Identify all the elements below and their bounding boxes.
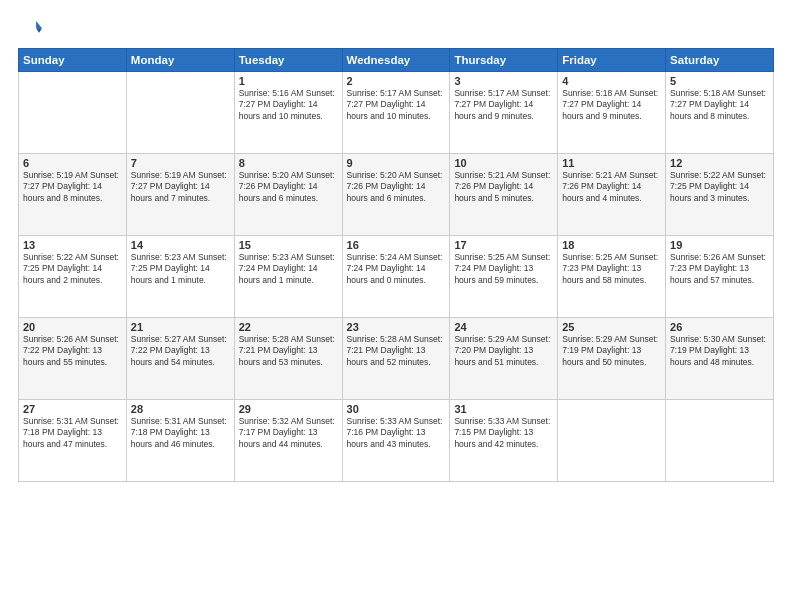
- day-info: Sunrise: 5:28 AM Sunset: 7:21 PM Dayligh…: [347, 334, 446, 368]
- day-info: Sunrise: 5:18 AM Sunset: 7:27 PM Dayligh…: [670, 88, 769, 122]
- week-row-4: 27Sunrise: 5:31 AM Sunset: 7:18 PM Dayli…: [19, 400, 774, 482]
- day-number: 2: [347, 75, 446, 87]
- day-number: 21: [131, 321, 230, 333]
- svg-marker-0: [36, 21, 42, 28]
- weekday-header-row: SundayMondayTuesdayWednesdayThursdayFrid…: [19, 49, 774, 72]
- logo-icon: [20, 18, 42, 40]
- day-number: 13: [23, 239, 122, 251]
- day-number: 26: [670, 321, 769, 333]
- week-row-1: 6Sunrise: 5:19 AM Sunset: 7:27 PM Daylig…: [19, 154, 774, 236]
- day-number: 19: [670, 239, 769, 251]
- day-info: Sunrise: 5:22 AM Sunset: 7:25 PM Dayligh…: [23, 252, 122, 286]
- calendar-cell: 18Sunrise: 5:25 AM Sunset: 7:23 PM Dayli…: [558, 236, 666, 318]
- calendar-cell: 15Sunrise: 5:23 AM Sunset: 7:24 PM Dayli…: [234, 236, 342, 318]
- day-number: 15: [239, 239, 338, 251]
- day-info: Sunrise: 5:20 AM Sunset: 7:26 PM Dayligh…: [347, 170, 446, 204]
- day-number: 5: [670, 75, 769, 87]
- day-number: 22: [239, 321, 338, 333]
- weekday-header-monday: Monday: [126, 49, 234, 72]
- day-info: Sunrise: 5:25 AM Sunset: 7:24 PM Dayligh…: [454, 252, 553, 286]
- calendar-cell: 7Sunrise: 5:19 AM Sunset: 7:27 PM Daylig…: [126, 154, 234, 236]
- calendar-cell: [19, 72, 127, 154]
- day-number: 17: [454, 239, 553, 251]
- calendar-cell: 9Sunrise: 5:20 AM Sunset: 7:26 PM Daylig…: [342, 154, 450, 236]
- day-number: 8: [239, 157, 338, 169]
- week-row-0: 1Sunrise: 5:16 AM Sunset: 7:27 PM Daylig…: [19, 72, 774, 154]
- calendar-cell: 5Sunrise: 5:18 AM Sunset: 7:27 PM Daylig…: [666, 72, 774, 154]
- calendar-cell: [558, 400, 666, 482]
- day-info: Sunrise: 5:33 AM Sunset: 7:16 PM Dayligh…: [347, 416, 446, 450]
- day-info: Sunrise: 5:20 AM Sunset: 7:26 PM Dayligh…: [239, 170, 338, 204]
- day-info: Sunrise: 5:17 AM Sunset: 7:27 PM Dayligh…: [347, 88, 446, 122]
- calendar-cell: [666, 400, 774, 482]
- weekday-header-friday: Friday: [558, 49, 666, 72]
- calendar-cell: 27Sunrise: 5:31 AM Sunset: 7:18 PM Dayli…: [19, 400, 127, 482]
- weekday-header-thursday: Thursday: [450, 49, 558, 72]
- day-number: 10: [454, 157, 553, 169]
- calendar-cell: 28Sunrise: 5:31 AM Sunset: 7:18 PM Dayli…: [126, 400, 234, 482]
- day-number: 7: [131, 157, 230, 169]
- calendar-cell: 8Sunrise: 5:20 AM Sunset: 7:26 PM Daylig…: [234, 154, 342, 236]
- calendar-cell: 2Sunrise: 5:17 AM Sunset: 7:27 PM Daylig…: [342, 72, 450, 154]
- calendar-cell: 3Sunrise: 5:17 AM Sunset: 7:27 PM Daylig…: [450, 72, 558, 154]
- calendar-cell: 22Sunrise: 5:28 AM Sunset: 7:21 PM Dayli…: [234, 318, 342, 400]
- calendar-cell: 30Sunrise: 5:33 AM Sunset: 7:16 PM Dayli…: [342, 400, 450, 482]
- day-info: Sunrise: 5:33 AM Sunset: 7:15 PM Dayligh…: [454, 416, 553, 450]
- day-number: 12: [670, 157, 769, 169]
- day-info: Sunrise: 5:32 AM Sunset: 7:17 PM Dayligh…: [239, 416, 338, 450]
- weekday-header-saturday: Saturday: [666, 49, 774, 72]
- day-info: Sunrise: 5:30 AM Sunset: 7:19 PM Dayligh…: [670, 334, 769, 368]
- day-number: 24: [454, 321, 553, 333]
- calendar: SundayMondayTuesdayWednesdayThursdayFrid…: [18, 48, 774, 482]
- weekday-header-wednesday: Wednesday: [342, 49, 450, 72]
- day-info: Sunrise: 5:23 AM Sunset: 7:24 PM Dayligh…: [239, 252, 338, 286]
- day-number: 3: [454, 75, 553, 87]
- calendar-cell: [126, 72, 234, 154]
- day-number: 11: [562, 157, 661, 169]
- day-info: Sunrise: 5:28 AM Sunset: 7:21 PM Dayligh…: [239, 334, 338, 368]
- day-info: Sunrise: 5:21 AM Sunset: 7:26 PM Dayligh…: [454, 170, 553, 204]
- calendar-cell: 26Sunrise: 5:30 AM Sunset: 7:19 PM Dayli…: [666, 318, 774, 400]
- day-info: Sunrise: 5:19 AM Sunset: 7:27 PM Dayligh…: [23, 170, 122, 204]
- day-info: Sunrise: 5:29 AM Sunset: 7:20 PM Dayligh…: [454, 334, 553, 368]
- day-info: Sunrise: 5:29 AM Sunset: 7:19 PM Dayligh…: [562, 334, 661, 368]
- day-info: Sunrise: 5:17 AM Sunset: 7:27 PM Dayligh…: [454, 88, 553, 122]
- calendar-cell: 10Sunrise: 5:21 AM Sunset: 7:26 PM Dayli…: [450, 154, 558, 236]
- day-number: 31: [454, 403, 553, 415]
- day-number: 6: [23, 157, 122, 169]
- calendar-cell: 29Sunrise: 5:32 AM Sunset: 7:17 PM Dayli…: [234, 400, 342, 482]
- day-number: 23: [347, 321, 446, 333]
- calendar-cell: 4Sunrise: 5:18 AM Sunset: 7:27 PM Daylig…: [558, 72, 666, 154]
- day-info: Sunrise: 5:27 AM Sunset: 7:22 PM Dayligh…: [131, 334, 230, 368]
- calendar-cell: 16Sunrise: 5:24 AM Sunset: 7:24 PM Dayli…: [342, 236, 450, 318]
- day-info: Sunrise: 5:19 AM Sunset: 7:27 PM Dayligh…: [131, 170, 230, 204]
- day-number: 9: [347, 157, 446, 169]
- day-number: 20: [23, 321, 122, 333]
- day-number: 28: [131, 403, 230, 415]
- day-number: 4: [562, 75, 661, 87]
- day-number: 1: [239, 75, 338, 87]
- day-info: Sunrise: 5:21 AM Sunset: 7:26 PM Dayligh…: [562, 170, 661, 204]
- calendar-cell: 24Sunrise: 5:29 AM Sunset: 7:20 PM Dayli…: [450, 318, 558, 400]
- day-info: Sunrise: 5:26 AM Sunset: 7:23 PM Dayligh…: [670, 252, 769, 286]
- calendar-cell: 25Sunrise: 5:29 AM Sunset: 7:19 PM Dayli…: [558, 318, 666, 400]
- day-info: Sunrise: 5:24 AM Sunset: 7:24 PM Dayligh…: [347, 252, 446, 286]
- day-info: Sunrise: 5:26 AM Sunset: 7:22 PM Dayligh…: [23, 334, 122, 368]
- weekday-header-sunday: Sunday: [19, 49, 127, 72]
- day-info: Sunrise: 5:31 AM Sunset: 7:18 PM Dayligh…: [23, 416, 122, 450]
- day-number: 30: [347, 403, 446, 415]
- calendar-cell: 6Sunrise: 5:19 AM Sunset: 7:27 PM Daylig…: [19, 154, 127, 236]
- calendar-cell: 20Sunrise: 5:26 AM Sunset: 7:22 PM Dayli…: [19, 318, 127, 400]
- day-number: 29: [239, 403, 338, 415]
- logo: [18, 18, 42, 40]
- calendar-cell: 19Sunrise: 5:26 AM Sunset: 7:23 PM Dayli…: [666, 236, 774, 318]
- day-number: 18: [562, 239, 661, 251]
- svg-marker-1: [36, 28, 42, 32]
- calendar-cell: 1Sunrise: 5:16 AM Sunset: 7:27 PM Daylig…: [234, 72, 342, 154]
- calendar-cell: 17Sunrise: 5:25 AM Sunset: 7:24 PM Dayli…: [450, 236, 558, 318]
- header: [18, 18, 774, 40]
- week-row-2: 13Sunrise: 5:22 AM Sunset: 7:25 PM Dayli…: [19, 236, 774, 318]
- page: SundayMondayTuesdayWednesdayThursdayFrid…: [0, 0, 792, 612]
- day-number: 14: [131, 239, 230, 251]
- week-row-3: 20Sunrise: 5:26 AM Sunset: 7:22 PM Dayli…: [19, 318, 774, 400]
